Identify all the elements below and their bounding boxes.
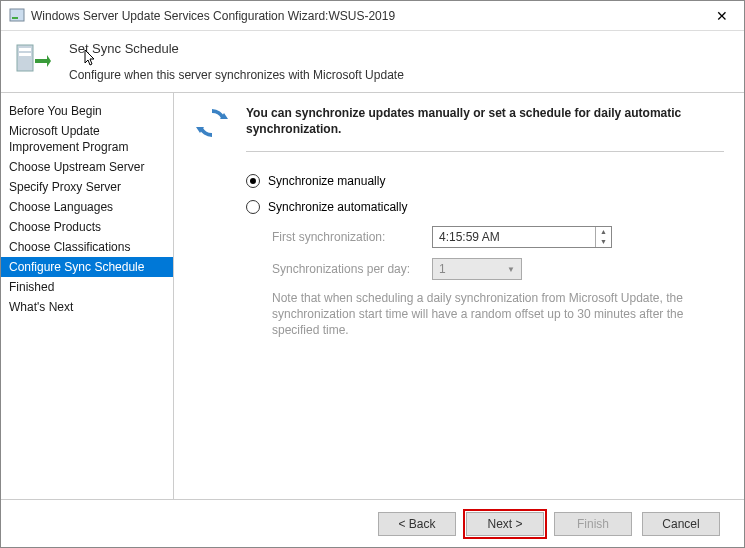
sidebar-item[interactable]: Choose Languages: [1, 197, 173, 217]
page-title: Set Sync Schedule: [69, 41, 404, 56]
per-day-label: Synchronizations per day:: [272, 262, 432, 276]
page-subtitle: Configure when this server synchronizes …: [69, 68, 404, 82]
radio-auto-label: Synchronize automatically: [268, 200, 407, 214]
sidebar-item[interactable]: Specify Proxy Server: [1, 177, 173, 197]
radio-manual-input[interactable]: [246, 174, 260, 188]
wizard-body: Before You BeginMicrosoft Update Improve…: [1, 93, 744, 499]
svg-rect-1: [12, 17, 18, 19]
close-button[interactable]: ✕: [708, 8, 736, 24]
sidebar-item[interactable]: Choose Upstream Server: [1, 157, 173, 177]
per-day-value: 1: [439, 262, 446, 276]
sidebar-item[interactable]: Choose Classifications: [1, 237, 173, 257]
svg-rect-4: [19, 53, 31, 56]
wizard-footer: < Back Next > Finish Cancel: [1, 499, 744, 547]
sidebar-item[interactable]: Microsoft Update Improvement Program: [1, 121, 173, 157]
first-sync-label: First synchronization:: [272, 230, 432, 244]
sidebar-item[interactable]: What's Next: [1, 297, 173, 317]
sidebar-item[interactable]: Before You Begin: [1, 101, 173, 121]
radio-auto-input[interactable]: [246, 200, 260, 214]
radio-auto[interactable]: Synchronize automatically: [246, 200, 724, 214]
wizard-window: Windows Server Update Services Configura…: [0, 0, 745, 548]
first-sync-value: 4:15:59 AM: [433, 230, 595, 244]
sidebar: Before You BeginMicrosoft Update Improve…: [1, 93, 174, 499]
app-icon: [9, 8, 25, 24]
sync-options: Synchronize manually Synchronize automat…: [246, 174, 724, 338]
server-icon: [15, 43, 51, 75]
first-sync-input[interactable]: 4:15:59 AM ▲ ▼: [432, 226, 612, 248]
radio-manual[interactable]: Synchronize manually: [246, 174, 724, 188]
titlebar: Windows Server Update Services Configura…: [1, 1, 744, 31]
cancel-button[interactable]: Cancel: [642, 512, 720, 536]
radio-manual-label: Synchronize manually: [268, 174, 385, 188]
sidebar-item[interactable]: Finished: [1, 277, 173, 297]
wizard-header: Set Sync Schedule Configure when this se…: [1, 31, 744, 93]
sidebar-item[interactable]: Configure Sync Schedule: [1, 257, 173, 277]
sync-icon: [194, 105, 230, 141]
svg-rect-3: [19, 48, 31, 51]
content-panel: You can synchronize updates manually or …: [174, 93, 744, 499]
back-button[interactable]: < Back: [378, 512, 456, 536]
window-title: Windows Server Update Services Configura…: [31, 9, 708, 23]
svg-rect-0: [10, 9, 24, 21]
next-button[interactable]: Next >: [466, 512, 544, 536]
spin-down-icon[interactable]: ▼: [596, 237, 611, 247]
schedule-note: Note that when scheduling a daily synchr…: [272, 290, 712, 338]
chevron-down-icon: ▼: [507, 265, 515, 274]
spin-up-icon[interactable]: ▲: [596, 227, 611, 237]
per-day-input: 1 ▼: [432, 258, 522, 280]
divider: [246, 151, 724, 152]
sidebar-item[interactable]: Choose Products: [1, 217, 173, 237]
time-spinner[interactable]: ▲ ▼: [595, 227, 611, 247]
intro-text: You can synchronize updates manually or …: [246, 105, 724, 137]
finish-button: Finish: [554, 512, 632, 536]
auto-sub-fields: First synchronization: 4:15:59 AM ▲ ▼ Sy…: [272, 226, 724, 338]
